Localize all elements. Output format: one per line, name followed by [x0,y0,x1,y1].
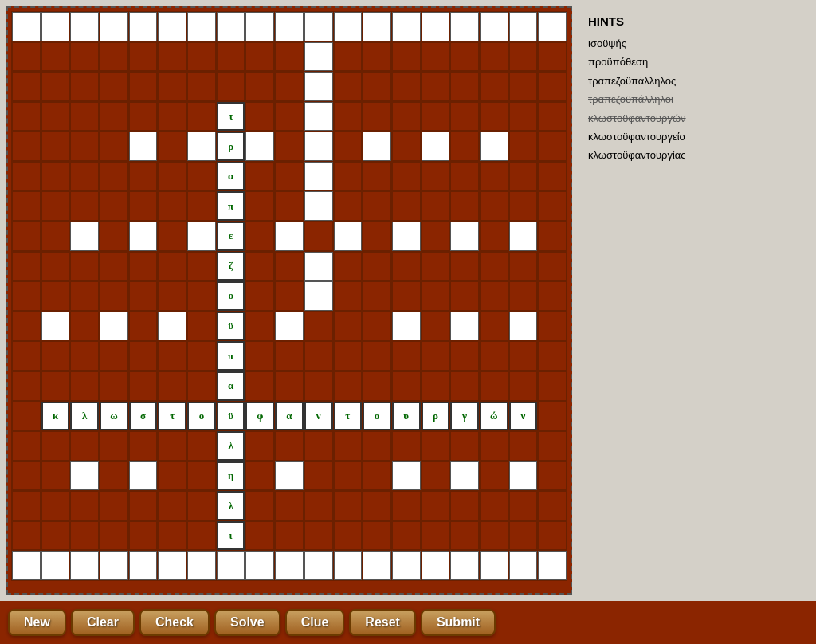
cell-8-7[interactable]: ζ [217,252,245,281]
cell-18-7[interactable] [217,551,245,580]
cell-7-2[interactable] [70,222,99,251]
cell-13-4[interactable]: σ [129,402,158,431]
cell-14-7[interactable]: λ [217,431,245,461]
cell-13-12[interactable]: ο [363,402,391,431]
cell-0-6[interactable] [187,12,216,41]
cell-0-8[interactable] [245,12,274,41]
cell-10-17[interactable] [509,312,538,341]
cell-13-9[interactable]: α [275,402,304,431]
cell-12-7[interactable]: α [217,371,245,401]
cell-6-7[interactable]: π [217,191,245,221]
cell-18-13[interactable] [392,551,421,580]
submit-button[interactable]: Submit [421,609,496,636]
cell-5-10[interactable] [304,162,333,191]
cell-0-18[interactable] [538,12,567,41]
cell-10-15[interactable] [450,312,479,341]
cell-2-10[interactable] [304,72,333,101]
cell-11-7[interactable]: π [217,341,245,371]
cell-4-4[interactable] [129,132,158,161]
cell-0-4[interactable] [129,12,158,41]
cell-18-6[interactable] [187,551,216,580]
cell-13-17[interactable]: ν [509,402,538,431]
cell-18-11[interactable] [334,551,363,580]
cell-4-6[interactable] [187,132,216,161]
cell-13-10[interactable]: ν [304,402,333,431]
cell-13-11[interactable]: τ [334,402,363,431]
cell-15-7[interactable]: η [217,461,245,491]
cell-4-14[interactable] [422,132,450,161]
cell-8-10[interactable] [304,252,333,281]
cell-7-6[interactable] [187,222,216,251]
cell-18-9[interactable] [275,551,304,580]
cell-4-10[interactable] [304,132,333,161]
cell-18-18[interactable] [538,551,567,580]
cell-10-3[interactable] [100,312,128,341]
cell-18-16[interactable] [480,551,508,580]
cell-13-5[interactable]: τ [158,402,186,431]
cell-4-16[interactable] [480,132,508,161]
cell-13-1[interactable]: κ [41,402,70,431]
cell-18-1[interactable] [41,551,70,580]
cell-18-12[interactable] [363,551,391,580]
cell-5-7[interactable]: α [217,162,245,191]
cell-6-10[interactable] [304,191,333,221]
cell-9-10[interactable] [304,281,333,311]
check-button[interactable]: Check [139,609,210,636]
cell-0-17[interactable] [509,12,538,41]
crossword-grid[interactable]: τραπεζοϋπακλωστοϋφαντουργώνληλι [11,11,567,581]
cell-18-10[interactable] [304,551,333,580]
new-button[interactable]: New [8,609,66,636]
cell-13-6[interactable]: ο [187,402,216,431]
cell-18-15[interactable] [450,551,479,580]
cell-7-17[interactable] [509,222,538,251]
cell-7-4[interactable] [129,222,158,251]
cell-13-14[interactable]: ρ [422,402,450,431]
cell-10-1[interactable] [41,312,70,341]
clue-button[interactable]: Clue [285,609,345,636]
cell-10-7[interactable]: ϋ [217,312,245,341]
cell-7-7[interactable]: ε [217,222,245,251]
cell-15-9[interactable] [275,461,304,491]
cell-15-17[interactable] [509,461,538,491]
cell-7-13[interactable] [392,222,421,251]
cell-13-13[interactable]: υ [392,402,421,431]
cell-7-15[interactable] [450,222,479,251]
clear-button[interactable]: Clear [71,609,135,636]
cell-0-10[interactable] [304,12,333,41]
cell-17-7[interactable]: ι [217,521,245,551]
cell-10-5[interactable] [158,312,186,341]
cell-0-9[interactable] [275,12,304,41]
cell-0-15[interactable] [450,12,479,41]
cell-0-7[interactable] [217,12,245,41]
solve-button[interactable]: Solve [214,609,280,636]
cell-18-5[interactable] [158,551,186,580]
cell-18-4[interactable] [129,551,158,580]
cell-18-3[interactable] [100,551,128,580]
cell-0-0[interactable] [12,12,41,41]
cell-10-13[interactable] [392,312,421,341]
cell-0-14[interactable] [422,12,450,41]
cell-1-10[interactable] [304,42,333,72]
cell-13-8[interactable]: φ [245,402,274,431]
cell-0-5[interactable] [158,12,186,41]
cell-15-13[interactable] [392,461,421,491]
cell-0-16[interactable] [480,12,508,41]
cell-7-9[interactable] [275,222,304,251]
cell-0-1[interactable] [41,12,70,41]
cell-0-13[interactable] [392,12,421,41]
reset-button[interactable]: Reset [349,609,416,636]
cell-13-16[interactable]: ώ [480,402,508,431]
cell-3-10[interactable] [304,102,333,132]
cell-13-3[interactable]: ω [100,402,128,431]
cell-4-8[interactable] [245,132,274,161]
cell-4-7[interactable]: ρ [217,132,245,161]
cell-18-0[interactable] [12,551,41,580]
cell-18-2[interactable] [70,551,99,580]
cell-0-3[interactable] [100,12,128,41]
cell-18-17[interactable] [509,551,538,580]
cell-0-11[interactable] [334,12,363,41]
cell-15-2[interactable] [70,461,99,491]
cell-18-8[interactable] [245,551,274,580]
cell-0-12[interactable] [363,12,391,41]
cell-16-7[interactable]: λ [217,491,245,520]
